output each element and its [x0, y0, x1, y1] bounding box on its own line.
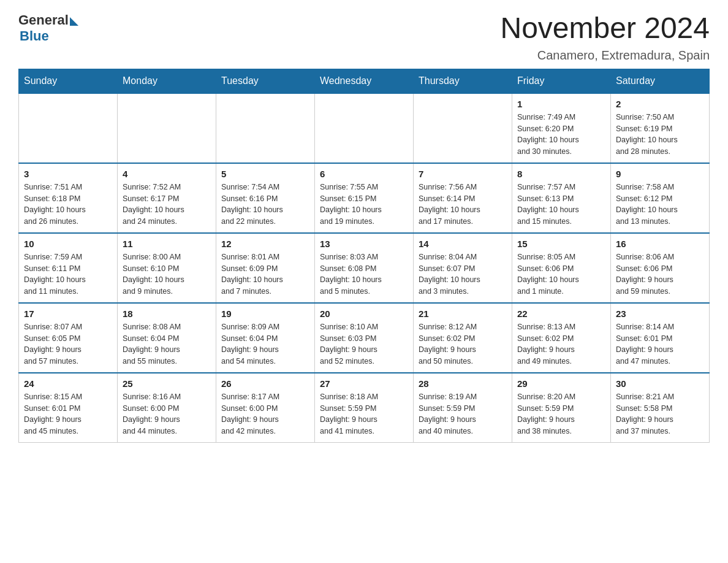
- day-number: 2: [616, 99, 704, 109]
- calendar-cell: 2Sunrise: 7:50 AM Sunset: 6:19 PM Daylig…: [611, 93, 710, 163]
- day-number: 1: [517, 99, 605, 109]
- day-info: Sunrise: 8:10 AM Sunset: 6:03 PM Dayligh…: [320, 321, 408, 367]
- day-info: Sunrise: 8:17 AM Sunset: 6:00 PM Dayligh…: [221, 391, 309, 437]
- day-info: Sunrise: 7:54 AM Sunset: 6:16 PM Dayligh…: [221, 182, 309, 228]
- calendar-cell: 18Sunrise: 8:08 AM Sunset: 6:04 PM Dayli…: [118, 303, 216, 373]
- day-number: 14: [419, 239, 507, 249]
- calendar-cell: 29Sunrise: 8:20 AM Sunset: 5:59 PM Dayli…: [512, 373, 611, 443]
- calendar-cell: 21Sunrise: 8:12 AM Sunset: 6:02 PM Dayli…: [414, 303, 512, 373]
- day-number: 5: [221, 169, 309, 179]
- day-info: Sunrise: 8:09 AM Sunset: 6:04 PM Dayligh…: [221, 321, 309, 367]
- calendar-week-3: 10Sunrise: 7:59 AM Sunset: 6:11 PM Dayli…: [19, 233, 710, 303]
- calendar-cell: 11Sunrise: 8:00 AM Sunset: 6:10 PM Dayli…: [118, 233, 216, 303]
- calendar-cell: [118, 93, 216, 163]
- day-info: Sunrise: 7:58 AM Sunset: 6:12 PM Dayligh…: [616, 182, 704, 228]
- day-number: 16: [616, 239, 704, 249]
- calendar-cell: 24Sunrise: 8:15 AM Sunset: 6:01 PM Dayli…: [19, 373, 118, 443]
- day-info: Sunrise: 7:59 AM Sunset: 6:11 PM Dayligh…: [24, 251, 112, 297]
- day-info: Sunrise: 8:18 AM Sunset: 5:59 PM Dayligh…: [320, 391, 408, 437]
- calendar-cell: 28Sunrise: 8:19 AM Sunset: 5:59 PM Dayli…: [414, 373, 512, 443]
- day-number: 22: [517, 308, 605, 319]
- day-number: 25: [123, 378, 211, 389]
- subtitle: Canamero, Extremadura, Spain: [500, 48, 710, 63]
- weekday-header-tuesday: Tuesday: [216, 69, 315, 93]
- day-number: 29: [517, 378, 605, 389]
- day-number: 15: [517, 239, 605, 249]
- day-number: 9: [616, 169, 704, 179]
- day-info: Sunrise: 7:50 AM Sunset: 6:19 PM Dayligh…: [616, 112, 704, 158]
- day-info: Sunrise: 8:08 AM Sunset: 6:04 PM Dayligh…: [123, 321, 211, 367]
- calendar-cell: 3Sunrise: 7:51 AM Sunset: 6:18 PM Daylig…: [19, 163, 118, 233]
- calendar-cell: 27Sunrise: 8:18 AM Sunset: 5:59 PM Dayli…: [315, 373, 414, 443]
- calendar-cell: [414, 93, 512, 163]
- day-number: 8: [517, 169, 605, 179]
- day-info: Sunrise: 8:20 AM Sunset: 5:59 PM Dayligh…: [517, 391, 605, 437]
- calendar-cell: 15Sunrise: 8:05 AM Sunset: 6:06 PM Dayli…: [512, 233, 611, 303]
- day-number: 20: [320, 308, 408, 319]
- day-number: 7: [419, 169, 507, 179]
- calendar-week-5: 24Sunrise: 8:15 AM Sunset: 6:01 PM Dayli…: [19, 373, 710, 443]
- day-number: 13: [320, 239, 408, 249]
- day-number: 4: [123, 169, 211, 179]
- weekday-header-friday: Friday: [512, 69, 611, 93]
- day-info: Sunrise: 7:55 AM Sunset: 6:15 PM Dayligh…: [320, 182, 408, 228]
- day-info: Sunrise: 8:16 AM Sunset: 6:00 PM Dayligh…: [123, 391, 211, 437]
- day-info: Sunrise: 8:13 AM Sunset: 6:02 PM Dayligh…: [517, 321, 605, 367]
- day-info: Sunrise: 8:04 AM Sunset: 6:07 PM Dayligh…: [419, 251, 507, 297]
- day-number: 26: [221, 378, 309, 389]
- calendar-header-row: SundayMondayTuesdayWednesdayThursdayFrid…: [19, 69, 710, 93]
- day-info: Sunrise: 8:14 AM Sunset: 6:01 PM Dayligh…: [616, 321, 704, 367]
- day-info: Sunrise: 7:49 AM Sunset: 6:20 PM Dayligh…: [517, 112, 605, 158]
- logo-general-text: General: [18, 12, 69, 28]
- day-info: Sunrise: 7:51 AM Sunset: 6:18 PM Dayligh…: [24, 182, 112, 228]
- day-number: 28: [419, 378, 507, 389]
- calendar-cell: 12Sunrise: 8:01 AM Sunset: 6:09 PM Dayli…: [216, 233, 315, 303]
- calendar-cell: 14Sunrise: 8:04 AM Sunset: 6:07 PM Dayli…: [414, 233, 512, 303]
- weekday-header-monday: Monday: [118, 69, 216, 93]
- calendar-cell: [216, 93, 315, 163]
- day-number: 17: [24, 308, 112, 319]
- calendar-cell: 7Sunrise: 7:56 AM Sunset: 6:14 PM Daylig…: [414, 163, 512, 233]
- weekday-header-thursday: Thursday: [414, 69, 512, 93]
- calendar-cell: 17Sunrise: 8:07 AM Sunset: 6:05 PM Dayli…: [19, 303, 118, 373]
- calendar-week-4: 17Sunrise: 8:07 AM Sunset: 6:05 PM Dayli…: [19, 303, 710, 373]
- calendar-week-1: 1Sunrise: 7:49 AM Sunset: 6:20 PM Daylig…: [19, 93, 710, 163]
- day-info: Sunrise: 7:52 AM Sunset: 6:17 PM Dayligh…: [123, 182, 211, 228]
- day-number: 3: [24, 169, 112, 179]
- day-number: 6: [320, 169, 408, 179]
- day-info: Sunrise: 8:05 AM Sunset: 6:06 PM Dayligh…: [517, 251, 605, 297]
- calendar-cell: [315, 93, 414, 163]
- calendar-cell: 16Sunrise: 8:06 AM Sunset: 6:06 PM Dayli…: [611, 233, 710, 303]
- day-info: Sunrise: 7:56 AM Sunset: 6:14 PM Dayligh…: [419, 182, 507, 228]
- logo-blue-text: Blue: [20, 28, 49, 44]
- calendar-cell: 20Sunrise: 8:10 AM Sunset: 6:03 PM Dayli…: [315, 303, 414, 373]
- calendar-cell: 9Sunrise: 7:58 AM Sunset: 6:12 PM Daylig…: [611, 163, 710, 233]
- calendar-cell: [19, 93, 118, 163]
- calendar-cell: 1Sunrise: 7:49 AM Sunset: 6:20 PM Daylig…: [512, 93, 611, 163]
- day-number: 10: [24, 239, 112, 249]
- calendar-cell: 5Sunrise: 7:54 AM Sunset: 6:16 PM Daylig…: [216, 163, 315, 233]
- title-section: November 2024 Canamero, Extremadura, Spa…: [500, 12, 710, 63]
- day-number: 21: [419, 308, 507, 319]
- day-info: Sunrise: 7:57 AM Sunset: 6:13 PM Dayligh…: [517, 182, 605, 228]
- day-number: 27: [320, 378, 408, 389]
- calendar-cell: 23Sunrise: 8:14 AM Sunset: 6:01 PM Dayli…: [611, 303, 710, 373]
- weekday-header-saturday: Saturday: [611, 69, 710, 93]
- day-info: Sunrise: 8:19 AM Sunset: 5:59 PM Dayligh…: [419, 391, 507, 437]
- calendar-cell: 6Sunrise: 7:55 AM Sunset: 6:15 PM Daylig…: [315, 163, 414, 233]
- day-info: Sunrise: 8:15 AM Sunset: 6:01 PM Dayligh…: [24, 391, 112, 437]
- day-info: Sunrise: 8:00 AM Sunset: 6:10 PM Dayligh…: [123, 251, 211, 297]
- calendar-cell: 25Sunrise: 8:16 AM Sunset: 6:00 PM Dayli…: [118, 373, 216, 443]
- weekday-header-wednesday: Wednesday: [315, 69, 414, 93]
- calendar-cell: 19Sunrise: 8:09 AM Sunset: 6:04 PM Dayli…: [216, 303, 315, 373]
- logo-triangle-icon: [70, 17, 78, 26]
- calendar-cell: 10Sunrise: 7:59 AM Sunset: 6:11 PM Dayli…: [19, 233, 118, 303]
- calendar-cell: 8Sunrise: 7:57 AM Sunset: 6:13 PM Daylig…: [512, 163, 611, 233]
- day-info: Sunrise: 8:06 AM Sunset: 6:06 PM Dayligh…: [616, 251, 704, 297]
- day-number: 23: [616, 308, 704, 319]
- calendar-table: SundayMondayTuesdayWednesdayThursdayFrid…: [18, 69, 710, 443]
- logo: General Blue: [18, 12, 78, 44]
- day-number: 19: [221, 308, 309, 319]
- day-info: Sunrise: 8:07 AM Sunset: 6:05 PM Dayligh…: [24, 321, 112, 367]
- day-info: Sunrise: 8:01 AM Sunset: 6:09 PM Dayligh…: [221, 251, 309, 297]
